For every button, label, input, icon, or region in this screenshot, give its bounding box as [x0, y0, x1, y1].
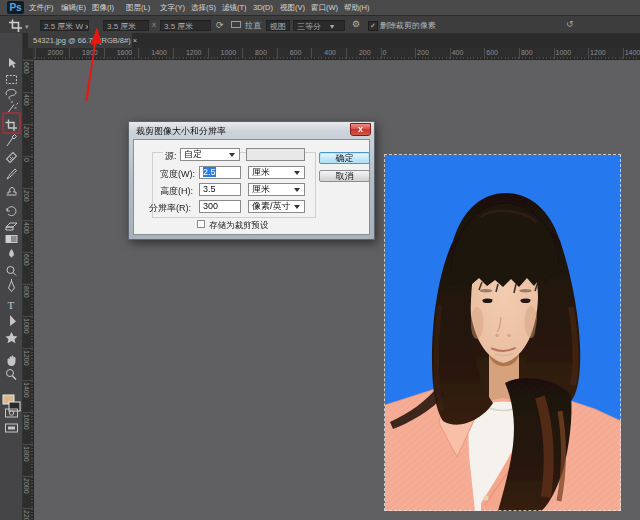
- svg-text:T: T: [8, 299, 15, 311]
